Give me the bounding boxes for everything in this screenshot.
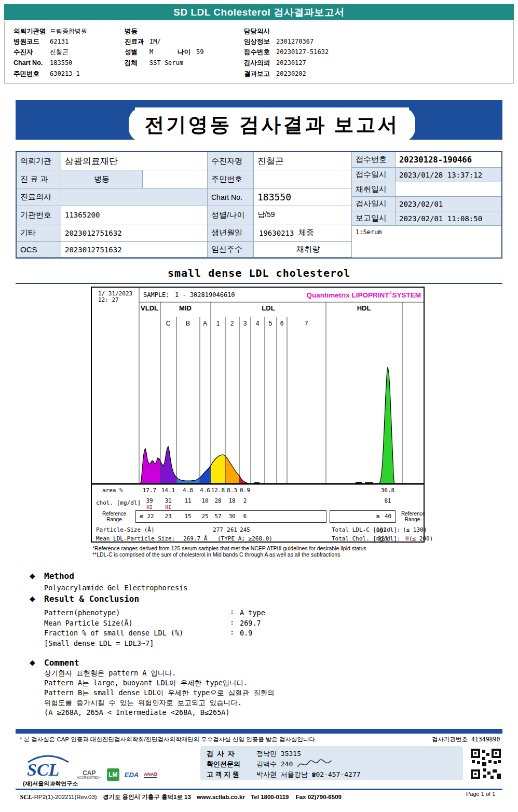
colon-separator: : — [230, 607, 234, 616]
sample-value: 1 - 302819046610 — [175, 291, 235, 299]
info-label: 생년월일 — [208, 224, 254, 242]
patient-row: 결과보고20230202 — [244, 70, 306, 78]
info-value — [396, 182, 501, 197]
ldl1-area — [211, 455, 225, 484]
info-label: 의뢰기관 — [17, 152, 61, 170]
field-label: 나이 — [178, 48, 196, 57]
diamond-bullet-icon: ◆ — [30, 594, 35, 603]
info-label: Chart No. — [208, 188, 254, 206]
sample-label: SAMPLE: — [143, 291, 170, 299]
ref-hdl-value: 40 — [385, 513, 391, 520]
comment-line: 위험도를 증가시킬 수 있는 위험인자로 보고되고 있습니다. — [44, 698, 242, 708]
comment-line: Pattern A는 large, buoyant LDL이 우세한 type입… — [44, 679, 248, 688]
field-value: M — [149, 48, 178, 56]
footer-divider-bar — [16, 729, 502, 734]
patient-row: Chart No.183550 — [13, 59, 72, 67]
mean-size-value: 269.7 Å — [183, 535, 207, 542]
method-body: Polyacrylamide Gel Electrophoresis — [44, 584, 187, 592]
ref-range-label-right2: Range — [401, 517, 424, 522]
field-value: 드림종합병원 — [50, 27, 87, 36]
instrument-brand: Quantimetrix LIPOPRINT®SYSTEM — [307, 291, 421, 299]
comment-line: (A ≥268A, 265A < Intermediate <268A, B≤2… — [44, 708, 230, 716]
subband-label: 1 — [216, 320, 220, 327]
chol-value: 81 — [384, 497, 391, 504]
field-label: 성별 — [125, 48, 149, 57]
info-value: 11365200 — [61, 206, 208, 224]
area-value: 0.9 — [240, 487, 250, 494]
sig-value: 박사현 서울강남 ☎02-457-4277 — [256, 770, 361, 779]
comment-line: Pattern B는 small dense LDL이 우세한 type으로 심… — [44, 688, 275, 698]
mid-a-area — [200, 466, 211, 484]
field-label: Chart No. — [13, 59, 50, 66]
footer-bottom-rule — [16, 789, 502, 790]
signature-row: 고 객 지 원 박사현 서울강남 ☎02-457-4277 — [207, 769, 463, 780]
field-label: 수진자 — [13, 48, 50, 57]
patient-row: 수진자진철곤 — [13, 48, 69, 56]
area-value: 4.6 — [200, 487, 210, 494]
info-value — [254, 170, 352, 188]
subband-label: 4 — [256, 320, 260, 327]
specimen-note: 1:Serum — [352, 226, 501, 258]
eda-logo: EDA — [125, 771, 139, 779]
method-heading: Method — [44, 571, 74, 581]
total-chol-ref: (≤ 200) — [409, 535, 433, 542]
cap-logo-sub: ACCREDITED✓ — [77, 776, 102, 780]
brand-name: Quantimetrix LIPOPRINT — [307, 291, 389, 299]
patient-row: 진료과IM/ — [125, 37, 161, 46]
field-value: 20230202 — [276, 70, 306, 77]
result-row-value: 0.9 — [240, 629, 252, 637]
chol-value: 2 — [243, 497, 247, 504]
field-label: 결과보고 — [244, 70, 276, 78]
info-label: 기관번호 — [17, 206, 61, 224]
footer-doc-line: SCL-RP2(1)-202211(Rev.03) 경기도 용인시 기흥구 흥덕… — [20, 793, 342, 801]
hi-flag: HI — [165, 504, 171, 510]
footer-fax: Fax 02)790-6509 — [296, 794, 342, 800]
info-value: 2023/02/01 11:08:50 — [396, 211, 501, 226]
field-label: 의뢰기관명 — [13, 27, 50, 36]
chol-value: 10 — [201, 497, 208, 504]
field-value: IM/ — [149, 38, 161, 45]
info-label: 성별/나이 — [208, 206, 254, 224]
subband-label: 7 — [305, 320, 308, 327]
subband-label: B — [186, 320, 190, 327]
section-title: small dense LDL cholesterol — [0, 267, 518, 279]
info-inline-label: 체중 — [298, 228, 314, 238]
info-value: 2023/02/01 — [396, 197, 501, 211]
diamond-bullet-icon: ◆ — [30, 572, 35, 580]
subband-label: 5 — [269, 320, 272, 327]
info-value: 2023/01/28 13:37:12 — [396, 168, 501, 182]
info-value: 183550 — [254, 188, 352, 206]
footer-tel: Tel 1800-0119 — [251, 794, 289, 800]
subband-label: 2 — [230, 320, 234, 327]
info-value-composite: 19630213 체중 — [254, 224, 352, 242]
info-label: 검사일시 — [352, 197, 396, 211]
field-value: 진철곤 — [50, 48, 69, 57]
subband-label: 3 — [243, 320, 247, 327]
patient-row: 접수번호20230127-51632 — [244, 48, 329, 56]
ref-value: 15 — [184, 513, 191, 520]
hi-flag: HI — [146, 504, 152, 510]
area-value: 17.7 — [143, 487, 157, 494]
diamond-bullet-icon: ◆ — [30, 658, 35, 667]
info-value: 남/59 — [254, 206, 352, 224]
info-value: 삼광의료재단 — [61, 152, 208, 170]
area-value: 14.1 — [161, 487, 175, 494]
footer-scl: SCL — [20, 793, 32, 801]
signature-row: 확인전문의 김백수 240 — [207, 759, 463, 769]
info-inline-label: 채취량 — [296, 245, 320, 254]
band-divider-lines — [139, 288, 424, 484]
total-ldl-value: 101 — [376, 526, 387, 533]
info-label: 진 료 과 — [17, 170, 61, 188]
sig-value: 김백수 240 — [256, 760, 293, 769]
footer-address: 경기도 용인시 기흥구 흥덕1로 13 — [103, 794, 191, 800]
total-ldl-label: Total LDL-C [mg/dl]: — [332, 526, 400, 533]
report-title-bar: SD LDL Cholesterol 검사결과보고서 — [4, 4, 514, 20]
info-label: 기타 — [17, 224, 61, 242]
banner-top-bar — [16, 100, 502, 107]
particle-value: 277 — [213, 526, 223, 533]
scl-subtitle: (재)서울의과학연구소 — [23, 780, 78, 788]
qr-code — [470, 748, 502, 780]
info-value: 병동 — [61, 170, 143, 188]
total-ldl-ref: (≤ 130) — [403, 526, 427, 533]
field-value: 20230127 — [276, 59, 306, 66]
